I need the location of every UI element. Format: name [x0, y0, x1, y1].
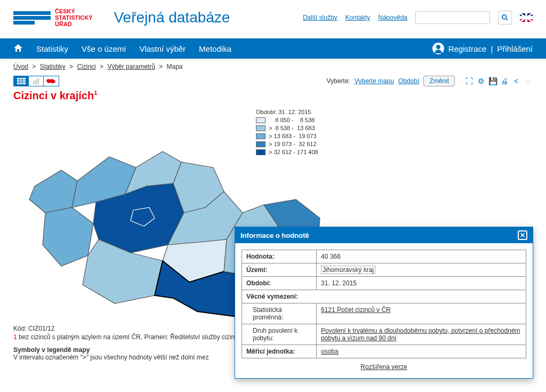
toolbar-label: Vyberte:: [326, 77, 350, 85]
flag-uk-icon[interactable]: [520, 13, 533, 22]
view-tab-chart[interactable]: [29, 76, 44, 86]
table-icon: [17, 78, 26, 84]
bc-uvod[interactable]: Úvod: [13, 63, 28, 70]
home-icon[interactable]: [13, 44, 23, 54]
link-kontakty[interactable]: Kontakty: [346, 14, 371, 21]
footnote-text: bez cizinců s platným azylem na území ČR…: [17, 333, 238, 341]
view-tabs: [13, 76, 59, 86]
print-icon[interactable]: 🖨: [500, 76, 509, 86]
row-merici-link[interactable]: osoba: [321, 348, 339, 355]
map-legend: Období: 31. 12. 2015 8 050 - 8 538> 8 53…: [256, 109, 318, 156]
main-nav: Statistiky Vše o území Vlastní výběr Met…: [0, 38, 546, 59]
nav-vse-o-uzemi[interactable]: Vše o území: [82, 44, 126, 53]
svg-rect-10: [37, 78, 39, 84]
row-obdobi-label: Období:: [242, 277, 317, 290]
bc-vyber-parametru[interactable]: Výběr parametrů: [107, 63, 155, 70]
row-uzemi-link[interactable]: Jihomoravský kraj: [321, 266, 375, 274]
row-hodnota-label: Hodnota:: [242, 250, 317, 263]
row-vecne-head: Věcné vymezení:: [242, 290, 526, 303]
svg-rect-9: [35, 79, 37, 84]
row-hodnota-value: 40 366: [317, 250, 526, 263]
legend-period-label: Období:: [256, 109, 278, 115]
bc-statistiky[interactable]: Statistiky: [40, 63, 66, 70]
logo-text: ČESKÝ STATISTICKÝ ÚŘAD: [55, 8, 92, 27]
close-icon[interactable]: ✕: [518, 230, 527, 240]
row-stat-link[interactable]: 6121 Počet cizinců v ČR: [321, 306, 391, 314]
legend-row: > 8 538 - 13 683: [256, 124, 318, 132]
link-dalsi-sluzby[interactable]: Další služby: [303, 14, 338, 21]
logo[interactable]: ČESKÝ STATISTICKÝ ÚŘAD: [13, 8, 92, 27]
bar-chart-icon: [32, 78, 41, 84]
view-tab-table[interactable]: [14, 76, 29, 86]
link-rozsirena-verze[interactable]: Rozšířená verze: [360, 363, 407, 366]
legend-swatch: [256, 125, 266, 131]
svg-point-0: [502, 15, 507, 19]
breadcrumb: Úvod > Statistiky > Cizinci > Výběr para…: [0, 59, 546, 75]
row-druh-label: Druh povolení k pobytu:: [242, 324, 317, 345]
nav-prihlaseni[interactable]: Přihlášení: [497, 44, 533, 53]
bc-mapa: Mapa: [167, 63, 183, 70]
user-icon: [432, 43, 444, 54]
nav-statistiky[interactable]: Statistiky: [36, 44, 68, 53]
page-title: Cizinci v krajích1: [0, 87, 546, 106]
nav-sep: |: [491, 44, 493, 53]
search-icon: [501, 14, 509, 21]
link-vyberte-mapu[interactable]: Vyberte mapu: [355, 77, 394, 85]
svg-rect-8: [33, 81, 35, 84]
map-icon: [46, 78, 57, 84]
modal-header[interactable]: Informace o hodnotě ✕: [235, 227, 533, 243]
legend-row: > 13 683 - 19 073: [256, 132, 318, 140]
region-karlovarsky[interactable]: [29, 170, 77, 213]
row-obdobi-value: 31. 12. 2015: [317, 277, 526, 290]
toolbar: Vyberte: Vyberte mapu Období Změnit ⛶ ⚙ …: [0, 75, 546, 87]
header-right: Další služby Kontakty Nápověda: [303, 11, 533, 25]
bc-cizinci[interactable]: Cizinci: [77, 63, 95, 70]
legend-swatch: [256, 117, 266, 123]
region-plzensky[interactable]: [43, 207, 93, 266]
nav-metodika[interactable]: Metodika: [199, 44, 231, 53]
search-input[interactable]: [415, 11, 490, 24]
search-button[interactable]: [498, 11, 512, 25]
info-table: Hodnota:40 366 Území:Jihomoravský kraj O…: [242, 250, 526, 358]
site-title: Veřejná databáze: [114, 9, 302, 26]
legend-row: > 32 612 - 171 408: [256, 148, 318, 156]
star-icon[interactable]: ☆: [523, 76, 533, 86]
change-button[interactable]: Změnit: [423, 76, 455, 86]
svg-line-1: [506, 19, 508, 21]
legend-period-value: 31. 12. 2015: [278, 109, 311, 115]
info-modal: Informace o hodnotě ✕ Hodnota:40 366 Úze…: [235, 227, 533, 366]
nav-vlastni-vyber[interactable]: Vlastní výběr: [139, 44, 186, 53]
link-obdobi[interactable]: Období: [398, 77, 419, 85]
header: ČESKÝ STATISTICKÝ ÚŘAD Veřejná databáze …: [0, 0, 546, 38]
nav-registrace[interactable]: Registrace: [448, 44, 487, 53]
legend-swatch: [256, 133, 266, 139]
legend-text: > 19 073 - 32 612: [269, 140, 317, 148]
gear-icon[interactable]: ⚙: [476, 76, 486, 86]
legend-text: > 32 612 - 171 408: [269, 148, 318, 156]
legend-row: > 19 073 - 32 612: [256, 140, 318, 148]
legend-swatch: [256, 149, 266, 155]
row-druh-link[interactable]: Povolení k trvalému a dlouhodobému pobyt…: [321, 327, 520, 342]
logo-bars-icon: [13, 11, 51, 25]
row-merici-label: Měřicí jednotka:: [242, 345, 317, 358]
legend-text: 8 050 - 8 538: [269, 116, 315, 124]
legend-text: > 8 538 - 13 683: [269, 124, 315, 132]
legend-text: > 13 683 - 19 073: [269, 132, 317, 140]
legend-row: 8 050 - 8 538: [256, 116, 318, 124]
link-napoveda[interactable]: Nápověda: [378, 14, 407, 21]
legend-swatch: [256, 141, 266, 147]
modal-title: Informace o hodnotě: [240, 231, 309, 239]
save-icon[interactable]: 💾: [488, 76, 497, 86]
share-icon[interactable]: <: [511, 76, 521, 86]
row-stat-label: Statistická proměnná:: [242, 303, 317, 324]
row-uzemi-label: Území:: [242, 263, 317, 277]
fullscreen-icon[interactable]: ⛶: [464, 76, 474, 86]
view-tab-map[interactable]: [44, 76, 59, 86]
footnote-number: 1: [13, 333, 17, 341]
